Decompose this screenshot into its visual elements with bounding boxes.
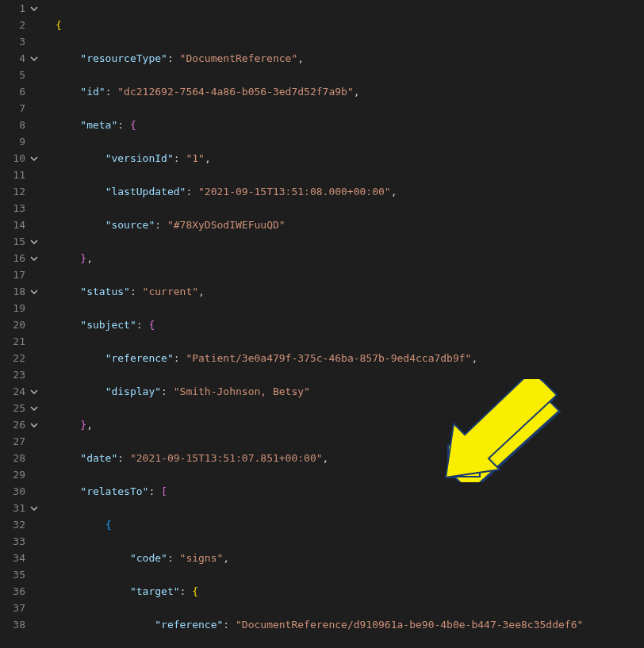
line-number: 27 [10, 433, 25, 450]
line-number: 25 [10, 400, 25, 416]
line-number: 4 [10, 50, 25, 67]
line-number: 38 [10, 616, 25, 633]
chevron-down-icon[interactable] [29, 255, 40, 263]
json-string: DocumentReference/d910961a-be90-4b0e-b44… [242, 619, 577, 631]
line-number: 13 [10, 200, 25, 217]
chevron-down-icon[interactable] [29, 5, 40, 13]
line-number: 23 [10, 366, 25, 383]
json-string: DocumentReference [186, 52, 291, 64]
json-key: date [86, 452, 111, 464]
json-key: target [136, 585, 174, 597]
line-number: 8 [10, 117, 25, 133]
json-key: versionId [111, 152, 167, 164]
code-editor[interactable]: 1 2 3 4 5 6 7 8 9 10 11 12 13 14 15 16 1… [0, 0, 644, 648]
line-number: 24 [10, 383, 25, 400]
line-number: 37 [10, 600, 25, 616]
line-number: 35 [10, 566, 25, 583]
json-string: current [148, 286, 192, 297]
json-string: 1 [192, 152, 198, 164]
code-content[interactable]: { "resourceType": "DocumentReference", "… [44, 0, 644, 648]
json-key: subject [86, 319, 130, 331]
line-number: 33 [10, 533, 25, 550]
json-key: id [86, 86, 99, 98]
json-string: #78XyDSodIWEFuuQD [174, 219, 279, 231]
chevron-down-icon[interactable] [29, 155, 40, 163]
line-number: 10 [10, 150, 25, 167]
json-key: reference [161, 619, 217, 631]
json-key: display [111, 385, 155, 397]
line-number: 30 [10, 483, 25, 500]
chevron-down-icon[interactable] [29, 388, 40, 396]
line-number: 26 [10, 416, 25, 433]
json-key: source [111, 219, 148, 231]
line-number: 1 [10, 0, 25, 17]
json-string: dc212692-7564-4a86-b056-3ed7d52f7a9b [124, 86, 347, 98]
line-number: 16 [10, 250, 25, 266]
line-number: 18 [10, 283, 25, 300]
line-number: 3 [10, 33, 25, 50]
line-number: 32 [10, 516, 25, 533]
line-gutter: 1 2 3 4 5 6 7 8 9 10 11 12 13 14 15 16 1… [0, 0, 44, 648]
line-number: 6 [10, 83, 25, 100]
line-number: 19 [10, 300, 25, 316]
json-string: signs [186, 552, 217, 564]
line-number: 28 [10, 450, 25, 466]
chevron-down-icon[interactable] [29, 55, 40, 63]
line-number: 31 [10, 500, 25, 516]
line-number: 7 [10, 100, 25, 117]
line-number: 9 [10, 133, 25, 150]
json-string: 2021-09-15T13:51:07.851+00:00 [136, 452, 316, 464]
json-key: code [136, 552, 161, 564]
line-number: 2 [10, 17, 25, 33]
chevron-down-icon[interactable] [29, 405, 40, 412]
json-key: relatesTo [86, 485, 142, 497]
chevron-down-icon[interactable] [29, 238, 40, 246]
line-number: 5 [10, 67, 25, 83]
line-number: 11 [10, 167, 25, 183]
json-key: meta [86, 119, 111, 131]
chevron-down-icon[interactable] [29, 288, 40, 296]
json-string: Patient/3e0a479f-375c-46ba-857b-9ed4cca7… [192, 352, 465, 364]
line-number: 34 [10, 550, 25, 566]
chevron-down-icon[interactable] [29, 504, 40, 512]
json-key: resourceType [86, 52, 161, 64]
json-string: Smith-Johnson, Betsy [180, 385, 305, 397]
line-number: 29 [10, 466, 25, 483]
line-number: 12 [10, 183, 25, 200]
line-number: 14 [10, 217, 25, 233]
json-string: 2021-09-15T13:51:08.000+00:00 [205, 186, 385, 197]
line-number: 22 [10, 350, 25, 366]
chevron-down-icon[interactable] [29, 421, 40, 429]
json-key: reference [111, 352, 167, 364]
line-number: 36 [10, 583, 25, 600]
line-number: 17 [10, 266, 25, 283]
json-key: status [86, 286, 124, 297]
line-number: 20 [10, 316, 25, 333]
line-number: 21 [10, 333, 25, 350]
json-key: lastUpdated [111, 186, 179, 197]
line-number: 15 [10, 233, 25, 250]
